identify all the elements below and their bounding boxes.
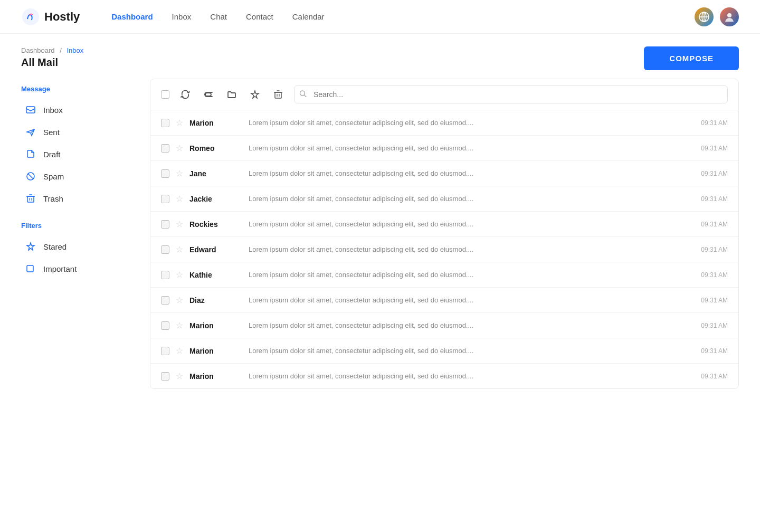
row-sender: Marion bbox=[189, 119, 242, 127]
star-toolbar-icon[interactable] bbox=[248, 87, 262, 102]
nav-contact[interactable]: Contact bbox=[246, 12, 273, 21]
row-checkbox[interactable] bbox=[161, 271, 169, 279]
row-checkbox[interactable] bbox=[161, 169, 169, 178]
important-icon bbox=[25, 263, 36, 274]
star-icon bbox=[25, 241, 36, 252]
row-checkbox[interactable] bbox=[161, 347, 169, 355]
sidebar-item-starred[interactable]: Stared bbox=[21, 236, 137, 257]
row-preview: Lorem ipsum dolor sit amet, consectetur … bbox=[249, 220, 695, 228]
refresh-icon[interactable] bbox=[178, 87, 193, 102]
row-preview: Lorem ipsum dolor sit amet, consectetur … bbox=[249, 144, 695, 152]
search-input[interactable] bbox=[294, 86, 728, 103]
starred-label: Stared bbox=[43, 242, 66, 251]
row-time: 09:31 AM bbox=[701, 145, 728, 152]
page-header: Dashboard / Inbox All Mail COMPOSE bbox=[0, 34, 760, 79]
breadcrumb-current: Inbox bbox=[66, 46, 83, 54]
mail-row[interactable]: ☆ Jane Lorem ipsum dolor sit amet, conse… bbox=[150, 161, 738, 186]
row-star-icon[interactable]: ☆ bbox=[176, 168, 183, 178]
row-checkbox[interactable] bbox=[161, 119, 169, 127]
important-label: Important bbox=[43, 264, 77, 273]
mail-row[interactable]: ☆ Marion Lorem ipsum dolor sit amet, con… bbox=[150, 338, 738, 364]
mail-row[interactable]: ☆ Edward Lorem ipsum dolor sit amet, con… bbox=[150, 237, 738, 262]
mail-panel: ☆ Marion Lorem ipsum dolor sit amet, con… bbox=[150, 79, 739, 389]
header-right bbox=[695, 7, 739, 26]
nav-chat[interactable]: Chat bbox=[210, 12, 227, 21]
mail-row[interactable]: ☆ Kathie Lorem ipsum dolor sit amet, con… bbox=[150, 262, 738, 288]
breadcrumb-separator: / bbox=[60, 46, 62, 54]
mail-row[interactable]: ☆ Jackie Lorem ipsum dolor sit amet, con… bbox=[150, 186, 738, 212]
app-logo[interactable]: Hostly bbox=[21, 7, 80, 26]
row-time: 09:31 AM bbox=[701, 322, 728, 329]
spam-label: Spam bbox=[43, 172, 64, 181]
row-star-icon[interactable]: ☆ bbox=[176, 295, 183, 305]
trash-label: Trash bbox=[43, 194, 63, 203]
sidebar-item-important[interactable]: Important bbox=[21, 258, 137, 279]
nav-calendar[interactable]: Calendar bbox=[292, 12, 325, 21]
mail-row[interactable]: ☆ Diaz Lorem ipsum dolor sit amet, conse… bbox=[150, 288, 738, 313]
row-checkbox[interactable] bbox=[161, 296, 169, 305]
user-avatar[interactable] bbox=[720, 7, 739, 26]
search-icon bbox=[299, 90, 307, 99]
row-preview: Lorem ipsum dolor sit amet, consectetur … bbox=[249, 372, 695, 380]
sidebar-item-trash[interactable]: Trash bbox=[21, 188, 137, 209]
nav-inbox[interactable]: Inbox bbox=[172, 12, 192, 21]
row-checkbox[interactable] bbox=[161, 372, 169, 381]
row-preview: Lorem ipsum dolor sit amet, consectetur … bbox=[249, 296, 695, 304]
mail-row[interactable]: ☆ Marion Lorem ipsum dolor sit amet, con… bbox=[150, 364, 738, 388]
mail-row[interactable]: ☆ Marion Lorem ipsum dolor sit amet, con… bbox=[150, 110, 738, 136]
row-star-icon[interactable]: ☆ bbox=[176, 118, 183, 128]
sidebar-item-inbox[interactable]: Inbox bbox=[21, 99, 137, 120]
svg-point-0 bbox=[22, 8, 39, 25]
row-checkbox[interactable] bbox=[161, 195, 169, 203]
breadcrumb-parent[interactable]: Dashboard bbox=[21, 46, 55, 54]
row-star-icon[interactable]: ☆ bbox=[176, 320, 183, 330]
row-checkbox[interactable] bbox=[161, 245, 169, 254]
main-nav: Dashboard Inbox Chat Contact Calendar bbox=[111, 12, 695, 21]
row-star-icon[interactable]: ☆ bbox=[176, 371, 183, 381]
sidebar-item-sent[interactable]: Sent bbox=[21, 121, 137, 142]
main-layout: Message Inbox Sent bbox=[0, 79, 760, 410]
app-header: Hostly Dashboard Inbox Chat Contact Cale… bbox=[0, 0, 760, 34]
inbox-icon bbox=[25, 104, 36, 115]
row-sender: Romeo bbox=[189, 144, 242, 153]
row-checkbox[interactable] bbox=[161, 220, 169, 229]
row-sender: Edward bbox=[189, 245, 242, 254]
compose-button[interactable]: COMPOSE bbox=[644, 46, 739, 70]
spam-icon bbox=[25, 171, 36, 182]
mail-row[interactable]: ☆ Marion Lorem ipsum dolor sit amet, con… bbox=[150, 313, 738, 338]
svg-rect-10 bbox=[27, 196, 34, 202]
row-time: 09:31 AM bbox=[701, 373, 728, 380]
mail-list: ☆ Marion Lorem ipsum dolor sit amet, con… bbox=[150, 110, 738, 388]
sidebar: Message Inbox Sent bbox=[21, 79, 137, 389]
row-star-icon[interactable]: ☆ bbox=[176, 346, 183, 356]
sidebar-item-draft[interactable]: Draft bbox=[21, 144, 137, 165]
row-star-icon[interactable]: ☆ bbox=[176, 219, 183, 229]
row-star-icon[interactable]: ☆ bbox=[176, 143, 183, 153]
row-star-icon[interactable]: ☆ bbox=[176, 270, 183, 280]
mail-row[interactable]: ☆ Rockies Lorem ipsum dolor sit amet, co… bbox=[150, 212, 738, 237]
row-sender: Marion bbox=[189, 347, 242, 355]
row-star-icon[interactable]: ☆ bbox=[176, 244, 183, 254]
reply-icon[interactable] bbox=[201, 87, 216, 102]
row-time: 09:31 AM bbox=[701, 221, 728, 228]
row-sender: Rockies bbox=[189, 220, 242, 229]
mail-row[interactable]: ☆ Romeo Lorem ipsum dolor sit amet, cons… bbox=[150, 136, 738, 161]
nav-dashboard[interactable]: Dashboard bbox=[111, 12, 153, 21]
search-box bbox=[294, 86, 728, 103]
sidebar-item-spam[interactable]: Spam bbox=[21, 166, 137, 187]
row-checkbox[interactable] bbox=[161, 321, 169, 330]
row-sender: Jane bbox=[189, 169, 242, 178]
trash-icon bbox=[25, 193, 36, 204]
language-icon[interactable] bbox=[695, 7, 714, 26]
select-all-checkbox[interactable] bbox=[161, 90, 169, 99]
folder-icon[interactable] bbox=[224, 87, 239, 102]
row-preview: Lorem ipsum dolor sit amet, consectetur … bbox=[249, 245, 695, 253]
row-star-icon[interactable]: ☆ bbox=[176, 194, 183, 204]
filters-section-title: Filters bbox=[21, 222, 137, 230]
page-title: All Mail bbox=[21, 56, 83, 69]
delete-toolbar-icon[interactable] bbox=[271, 87, 286, 102]
svg-line-9 bbox=[28, 174, 33, 179]
row-time: 09:31 AM bbox=[701, 347, 728, 355]
row-checkbox[interactable] bbox=[161, 144, 169, 153]
row-preview: Lorem ipsum dolor sit amet, consectetur … bbox=[249, 169, 695, 177]
